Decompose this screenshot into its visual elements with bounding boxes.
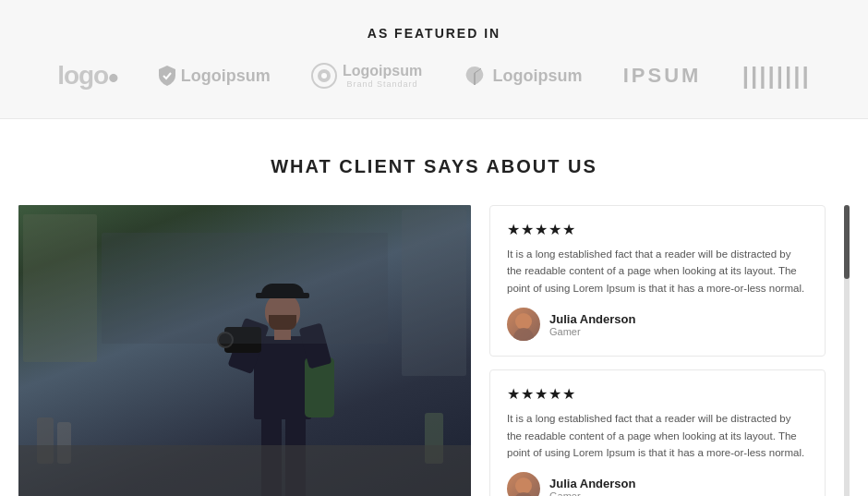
- reviewer-2: Julia Anderson Gamer: [507, 472, 808, 496]
- client-content: ★★★★★ It is a long established fact that…: [18, 205, 850, 496]
- logo-6-text: ||||||||: [742, 62, 811, 91]
- logos-row: logo• Logoipsum Logoip: [18, 61, 850, 91]
- scrollbar-thumb[interactable]: [844, 205, 850, 279]
- reviewer-name-1: Julia Anderson: [549, 312, 635, 326]
- stars-2: ★★★★★: [507, 385, 808, 403]
- circle-logo-icon: [311, 63, 337, 89]
- logo-item-1: logo•: [57, 61, 117, 91]
- scrollbar-track[interactable]: [844, 205, 850, 496]
- logo-1-text: logo•: [57, 61, 117, 91]
- leaf-icon: [463, 64, 487, 88]
- featured-title: AS FEATURED IN: [18, 26, 850, 41]
- reviews-panel[interactable]: ★★★★★ It is a long established fact that…: [489, 205, 826, 496]
- review-card-2: ★★★★★ It is a long established fact that…: [489, 369, 826, 496]
- logo-4-text: Logoipsum: [492, 67, 582, 86]
- reviewer-avatar-1: [507, 308, 540, 341]
- logo-2-text: Logoipsum: [181, 67, 271, 86]
- reviewer-avatar-2: [507, 472, 540, 496]
- logo-item-6: ||||||||: [742, 62, 811, 91]
- reviewer-info-1: Julia Anderson Gamer: [549, 312, 635, 337]
- reviewer-role-2: Gamer: [549, 490, 635, 496]
- review-text-2: It is a long established fact that a rea…: [507, 410, 808, 461]
- client-section: WHAT CLIENT SAYS ABOUT US: [0, 119, 868, 496]
- logo-item-2: Logoipsum: [159, 66, 271, 86]
- stars-1: ★★★★★: [507, 221, 808, 238]
- reviewer-1: Julia Anderson Gamer: [507, 308, 808, 341]
- logo-item-3: Logoipsum Brand Standard: [311, 63, 422, 89]
- review-card-1: ★★★★★ It is a long established fact that…: [489, 205, 826, 357]
- featured-section: AS FEATURED IN logo• Logoipsum: [0, 0, 868, 119]
- logo-5-text: IPSUM: [623, 64, 702, 88]
- reviewer-role-1: Gamer: [549, 326, 635, 337]
- review-text-1: It is a long established fact that a rea…: [507, 246, 808, 296]
- logo-item-4: Logoipsum: [463, 64, 582, 88]
- logo-3-text: Logoipsum: [343, 63, 422, 79]
- client-section-title: WHAT CLIENT SAYS ABOUT US: [18, 156, 850, 177]
- reviewer-name-2: Julia Anderson: [549, 477, 635, 490]
- shield-icon: [159, 66, 175, 86]
- logo-3-subtext: Brand Standard: [343, 79, 422, 89]
- logo-item-5: IPSUM: [623, 64, 702, 88]
- client-photo: [18, 205, 471, 496]
- svg-point-2: [321, 73, 327, 79]
- reviewer-info-2: Julia Anderson Gamer: [549, 477, 635, 496]
